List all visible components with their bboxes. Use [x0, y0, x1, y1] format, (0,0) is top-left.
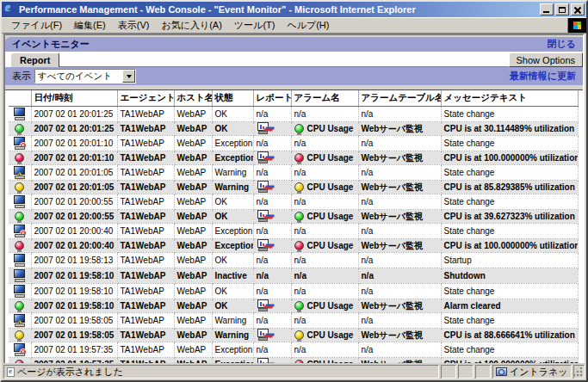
agent-cell: TA1WebAP — [117, 329, 174, 342]
agent-event-icon — [13, 269, 27, 281]
alarm-table-cell: n/a — [358, 313, 441, 329]
host-cell: WebAP — [174, 107, 212, 122]
column-header: ホスト名 — [174, 90, 212, 107]
message-cell: State change — [441, 224, 579, 239]
event-icon-cell — [9, 107, 31, 122]
table-row: 2007 02 01 20:00:40TA1WebAPWebAPExceptio… — [9, 239, 579, 253]
date-cell: 2007 02 01 19:58:10 — [31, 268, 117, 284]
dropdown-arrow-icon[interactable] — [122, 70, 135, 83]
alarm-name-cell: n/a — [291, 165, 358, 181]
alarm-red-lamp-icon — [294, 241, 304, 250]
alarm-name-cell: CPU Usage — [291, 210, 358, 224]
browser-window: Performance Management - Web Console - "… — [0, 0, 588, 382]
event-icon-cell — [9, 165, 31, 181]
status-cell: Exception — [212, 239, 253, 253]
agent-error-icon — [13, 343, 27, 355]
status-pane-3 — [475, 365, 491, 379]
event-filter-value: すべてのイベント — [35, 71, 122, 83]
table-row: 2007 02 01 20:01:10TA1WebAPWebAPExceptio… — [9, 136, 579, 151]
menu-item[interactable]: 表示(V) — [112, 17, 156, 34]
agent-cell: TA1WebAP — [117, 210, 174, 224]
alarm-table-cell: Webサーバ監視 — [358, 210, 441, 224]
message-cell: CPU is at 30.114489% utilization — [441, 122, 579, 136]
close-link[interactable]: 閉じる — [547, 38, 576, 51]
report-icon[interactable] — [257, 239, 269, 250]
table-row: 2007 02 01 19:58:10TA1WebAPWebAPOKCPU Us… — [9, 299, 579, 313]
event-icon-cell — [9, 136, 31, 151]
show-options-button[interactable]: Show Options — [509, 52, 583, 67]
alarm-yellow-lamp-icon — [294, 330, 304, 340]
menu-item[interactable]: お気に入り(A) — [155, 17, 227, 34]
menu-item[interactable]: 編集(E) — [68, 17, 112, 34]
alarm-name-cell: n/a — [291, 224, 358, 239]
status-cell: Warning — [212, 181, 253, 194]
refresh-link[interactable]: 最新情報に更新 — [510, 70, 576, 83]
event-table-area: 日付/時刻エージェントホスト名状態レポートアラーム名アラームテーブル名メッセージ… — [5, 89, 583, 365]
host-cell: WebAP — [174, 165, 212, 181]
date-cell: 2007 02 01 20:00:55 — [31, 210, 117, 224]
event-icon-cell — [9, 268, 31, 284]
host-cell: WebAP — [174, 284, 212, 299]
event-filter-select[interactable]: すべてのイベント — [34, 69, 136, 83]
table-row: 2007 02 01 20:01:10TA1WebAPWebAPExceptio… — [9, 151, 579, 165]
date-cell: 2007 02 01 20:01:25 — [31, 107, 117, 122]
table-row: 2007 02 01 20:01:25TA1WebAPWebAPOKCPU Us… — [9, 122, 579, 136]
status-cell: OK — [212, 299, 253, 313]
alarm-name-cell: n/a — [291, 253, 358, 268]
host-cell: WebAP — [174, 299, 212, 313]
close-button[interactable] — [571, 3, 585, 15]
menu-item[interactable]: ヘルプ(H) — [281, 17, 335, 34]
agent-error-icon — [13, 225, 27, 237]
report-cell: n/a — [253, 224, 291, 239]
status-cell: OK — [212, 210, 253, 224]
page-header: イベントモニター 閉じる — [5, 37, 583, 52]
security-zone-label: イントラネット — [510, 366, 572, 379]
message-cell: State change — [441, 342, 579, 358]
minimize-button[interactable] — [540, 3, 554, 15]
menu-item[interactable]: ツール(T) — [228, 17, 282, 34]
report-icon[interactable] — [257, 329, 269, 340]
message-cell: State change — [441, 284, 579, 299]
alarm-table-cell: n/a — [358, 165, 441, 181]
maximize-button[interactable] — [555, 3, 569, 15]
resize-grip[interactable] — [573, 365, 585, 379]
host-cell: WebAP — [174, 253, 212, 268]
report-cell: n/a — [253, 136, 291, 151]
event-icon-cell — [9, 151, 31, 165]
agent-warning-icon — [13, 314, 27, 326]
report-icon[interactable] — [257, 151, 269, 163]
alarm-name-cell: n/a — [291, 194, 358, 210]
date-cell: 2007 02 01 19:58:13 — [31, 253, 117, 268]
date-cell: 2007 02 01 19:58:05 — [31, 313, 117, 329]
event-icon-cell — [9, 299, 31, 313]
page-done-icon — [7, 367, 15, 377]
alarm-table-cell: n/a — [358, 224, 441, 239]
page-content: イベントモニター 閉じる Report Show Options 表示 すべての… — [3, 34, 585, 365]
report-icon[interactable] — [257, 210, 269, 221]
error-badge-icon — [20, 142, 27, 149]
table-header-row: 日付/時刻エージェントホスト名状態レポートアラーム名アラームテーブル名メッセージ… — [9, 90, 579, 107]
message-cell: State change — [441, 313, 579, 329]
alarm-name-cell: n/a — [291, 284, 358, 299]
tab-report[interactable]: Report — [10, 52, 59, 67]
menu-item[interactable]: ファイル(F) — [5, 17, 68, 34]
alarm-name-cell: n/a — [291, 313, 358, 329]
alarm-table-cell: n/a — [358, 284, 441, 299]
agent-cell: TA1WebAP — [117, 122, 174, 136]
report-icon[interactable] — [257, 122, 269, 133]
alarm-name-cell: n/a — [291, 107, 358, 122]
warning-badge-icon — [15, 320, 24, 327]
alarm-green-lamp-icon — [294, 124, 304, 133]
host-cell: WebAP — [174, 194, 212, 210]
table-row: 2007 02 01 19:58:05TA1WebAPWebAPWarningn… — [9, 313, 579, 329]
status-pane-2 — [458, 365, 473, 379]
agent-cell: TA1WebAP — [117, 239, 174, 253]
alarm-table-cell: n/a — [358, 253, 441, 268]
event-icon-cell — [9, 194, 31, 210]
report-icon[interactable] — [257, 299, 269, 311]
alarm-green-lamp-icon — [294, 212, 304, 221]
alarm-table-cell: Webサーバ監視 — [358, 239, 441, 253]
alarm-red-lamp-icon — [294, 153, 304, 163]
report-icon[interactable] — [257, 181, 269, 192]
security-zone-pane: イントラネット — [492, 365, 572, 379]
